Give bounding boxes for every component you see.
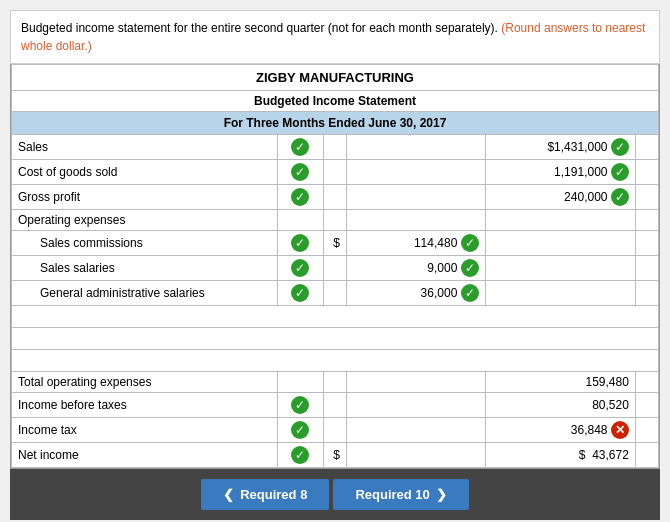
right-value bbox=[485, 210, 635, 231]
mid-amount: 9,000 bbox=[427, 261, 457, 275]
check-icon-left: ✓ bbox=[277, 281, 323, 306]
mid-amount: 36,000 bbox=[421, 286, 458, 300]
table-row: Income tax✓36,848 ✕ bbox=[12, 418, 659, 443]
row-label: Income before taxes bbox=[12, 393, 278, 418]
left-arrow-icon bbox=[223, 487, 234, 502]
mid-value bbox=[347, 210, 486, 231]
right-value: $1,431,000 ✓ bbox=[485, 135, 635, 160]
spacer bbox=[635, 443, 658, 468]
green-check-icon: ✓ bbox=[611, 163, 629, 181]
row-label: Operating expenses bbox=[12, 210, 278, 231]
dollar-sign bbox=[323, 160, 346, 185]
green-check-icon: ✓ bbox=[461, 284, 479, 302]
green-check-icon: ✓ bbox=[291, 284, 309, 302]
row-label: Gross profit bbox=[12, 185, 278, 210]
right-amount: 1,191,000 bbox=[554, 165, 607, 179]
check-icon-left: ✓ bbox=[277, 135, 323, 160]
spacer bbox=[635, 281, 658, 306]
row-label: Total operating expenses bbox=[12, 372, 278, 393]
row-label: Income tax bbox=[12, 418, 278, 443]
right-amount: $1,431,000 bbox=[547, 140, 607, 154]
income-statement-table: ZIGBY MANUFACTURING Budgeted Income Stat… bbox=[10, 64, 660, 469]
dollar-sign bbox=[323, 210, 346, 231]
check-icon-left: ✓ bbox=[277, 256, 323, 281]
right-value: 159,480 bbox=[485, 372, 635, 393]
table-row: Operating expenses bbox=[12, 210, 659, 231]
spacer bbox=[635, 160, 658, 185]
table-row bbox=[12, 306, 659, 328]
mid-value bbox=[347, 372, 486, 393]
mid-value bbox=[347, 160, 486, 185]
prev-button[interactable]: Required 8 bbox=[201, 479, 329, 510]
mid-value bbox=[347, 443, 486, 468]
mid-value: 36,000 ✓ bbox=[347, 281, 486, 306]
green-check-icon: ✓ bbox=[611, 188, 629, 206]
dollar-sign bbox=[323, 256, 346, 281]
table-row: Income before taxes✓80,520 bbox=[12, 393, 659, 418]
navigation-bar: Required 8 Required 10 bbox=[10, 469, 660, 520]
check-icon-left: ✓ bbox=[277, 160, 323, 185]
check-icon-left: ✓ bbox=[277, 393, 323, 418]
table-row: Sales✓$1,431,000 ✓ bbox=[12, 135, 659, 160]
right-value: 240,000 ✓ bbox=[485, 185, 635, 210]
table-row: Total operating expenses159,480 bbox=[12, 372, 659, 393]
green-check-icon: ✓ bbox=[461, 259, 479, 277]
right-value bbox=[485, 281, 635, 306]
green-check-icon: ✓ bbox=[461, 234, 479, 252]
green-check-icon: ✓ bbox=[291, 396, 309, 414]
green-check-icon: ✓ bbox=[291, 188, 309, 206]
dollar-sign bbox=[323, 281, 346, 306]
table-title: Budgeted Income Statement bbox=[12, 91, 659, 112]
main-instruction: Budgeted income statement for the entire… bbox=[21, 21, 498, 35]
spacer bbox=[635, 372, 658, 393]
green-check-icon: ✓ bbox=[291, 446, 309, 464]
table-row: Sales commissions✓$114,480 ✓ bbox=[12, 231, 659, 256]
row-label: Sales commissions bbox=[12, 231, 278, 256]
dollar-sign: $ bbox=[323, 231, 346, 256]
right-arrow-icon bbox=[436, 487, 447, 502]
mid-value bbox=[347, 418, 486, 443]
instruction-text: Budgeted income statement for the entire… bbox=[10, 10, 660, 64]
spacer bbox=[635, 135, 658, 160]
dollar-sign: $ bbox=[323, 443, 346, 468]
table-row bbox=[12, 328, 659, 350]
row-label: Sales salaries bbox=[12, 256, 278, 281]
right-amount: 240,000 bbox=[564, 190, 607, 204]
spacer bbox=[635, 256, 658, 281]
spacer bbox=[635, 393, 658, 418]
row-label: Net income bbox=[12, 443, 278, 468]
table-row: Gross profit✓240,000 ✓ bbox=[12, 185, 659, 210]
check-icon-left bbox=[277, 372, 323, 393]
right-value bbox=[485, 231, 635, 256]
dollar-sign bbox=[323, 185, 346, 210]
right-amount: 43,672 bbox=[592, 448, 629, 462]
mid-value bbox=[347, 185, 486, 210]
dollar-sign bbox=[323, 135, 346, 160]
mid-value: 114,480 ✓ bbox=[347, 231, 486, 256]
table-row bbox=[12, 350, 659, 372]
table-row: Sales salaries✓9,000 ✓ bbox=[12, 256, 659, 281]
right-value bbox=[485, 256, 635, 281]
table-row: Net income✓$$ 43,672 bbox=[12, 443, 659, 468]
spacer bbox=[635, 185, 658, 210]
table-row: General administrative salaries✓36,000 ✓ bbox=[12, 281, 659, 306]
dollar-sign bbox=[323, 393, 346, 418]
check-icon-left: ✓ bbox=[277, 443, 323, 468]
dollar-sign bbox=[323, 372, 346, 393]
next-button-label: Required 10 bbox=[355, 487, 429, 502]
row-label: Cost of goods sold bbox=[12, 160, 278, 185]
mid-value bbox=[347, 135, 486, 160]
green-check-icon: ✓ bbox=[291, 138, 309, 156]
table-period: For Three Months Ended June 30, 2017 bbox=[12, 112, 659, 135]
right-value: 80,520 bbox=[485, 393, 635, 418]
green-check-icon: ✓ bbox=[291, 163, 309, 181]
company-name: ZIGBY MANUFACTURING bbox=[12, 65, 659, 91]
right-value: $ 43,672 bbox=[485, 443, 635, 468]
green-check-icon: ✓ bbox=[291, 421, 309, 439]
right-value: 36,848 ✕ bbox=[485, 418, 635, 443]
mid-value bbox=[347, 393, 486, 418]
next-button[interactable]: Required 10 bbox=[333, 479, 468, 510]
check-icon-left: ✓ bbox=[277, 185, 323, 210]
mid-value: 9,000 ✓ bbox=[347, 256, 486, 281]
green-check-icon: ✓ bbox=[611, 138, 629, 156]
